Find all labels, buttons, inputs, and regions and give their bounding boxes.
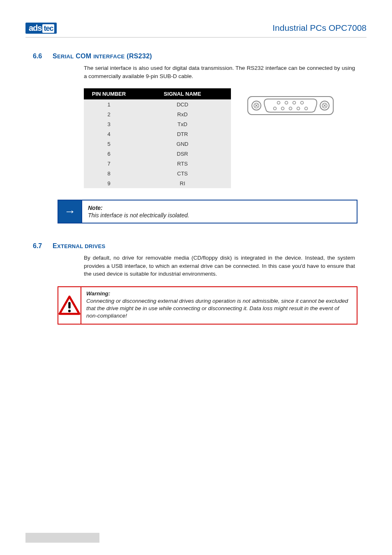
- external-intro: By default, no drive for removable media…: [84, 254, 355, 278]
- note-body: This interface is not electrically isola…: [88, 212, 189, 219]
- pin-header-number: PIN NUMBER: [84, 88, 134, 99]
- page-header: adstec Industrial PCs OPC7008: [25, 22, 367, 34]
- svg-point-15: [289, 107, 292, 110]
- svg-point-11: [293, 101, 296, 104]
- pin-header-signal: SIGNAL NAME: [134, 88, 231, 99]
- table-row: 4DTR: [84, 129, 231, 139]
- svg-point-13: [274, 107, 277, 110]
- svg-point-10: [285, 101, 288, 104]
- db9-connector-icon: [247, 96, 334, 117]
- table-row: 5GND: [84, 139, 231, 149]
- svg-point-17: [305, 107, 308, 110]
- table-row: 1DCD: [84, 99, 231, 109]
- pin-table: PIN NUMBER SIGNAL NAME 1DCD 2RxD 3TxD 4D…: [84, 88, 231, 188]
- section-title-external: EXTERNAL DRIVES: [53, 242, 105, 250]
- section-title-serial: SERIAL COM INTERFACE (RS232): [53, 53, 152, 60]
- warning-body: Connecting or disconnecting external dri…: [86, 298, 348, 319]
- header-title: Industrial PCs OPC7008: [272, 23, 367, 33]
- warning-icon: [58, 287, 81, 324]
- svg-rect-18: [68, 302, 71, 309]
- table-row: 3TxD: [84, 119, 231, 129]
- section-number: 6.7: [33, 242, 53, 250]
- section-heading-serial: 6.6 SERIAL COM INTERFACE (RS232): [33, 53, 359, 60]
- svg-point-14: [281, 107, 284, 110]
- table-row: 6DSR: [84, 149, 231, 159]
- serial-intro: The serial interface is also used for di…: [84, 64, 355, 80]
- svg-point-9: [277, 101, 280, 104]
- arrow-icon: →: [58, 200, 82, 223]
- note-title: Note:: [88, 205, 189, 211]
- table-row: 7RTS: [84, 159, 231, 168]
- warning-title: Warning:: [86, 290, 352, 297]
- note-block: → Note: This interface is not electrical…: [58, 200, 357, 223]
- logo-badge: adstec: [25, 23, 57, 34]
- logo-tec: tec: [42, 24, 54, 33]
- svg-point-12: [301, 101, 304, 104]
- table-row: 2RxD: [84, 109, 231, 119]
- svg-point-19: [68, 309, 71, 312]
- header-divider: [25, 37, 367, 38]
- warning-block: Warning: Connecting or disconnecting ext…: [58, 286, 357, 325]
- svg-point-16: [297, 107, 300, 110]
- section-number: 6.6: [33, 53, 53, 60]
- section-heading-external: 6.7 EXTERNAL DRIVES: [33, 242, 359, 250]
- table-row: 9RI: [84, 178, 231, 188]
- logo: adstec: [25, 22, 57, 34]
- logo-ads: ads: [29, 23, 42, 33]
- footer-bar: [25, 533, 99, 543]
- table-row: 8CTS: [84, 168, 231, 178]
